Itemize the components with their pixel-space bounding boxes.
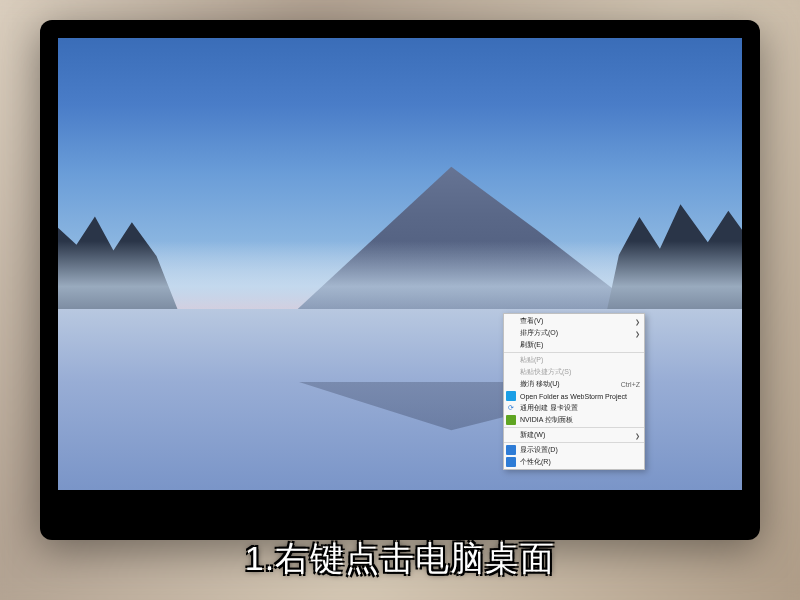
chevron-right-icon: ❯ bbox=[635, 432, 640, 439]
monitor-frame: 查看(V) ❯ 排序方式(O) ❯ 刷新(E) 粘贴(P) 粘贴快捷方式(S) … bbox=[40, 20, 760, 540]
personalize-icon bbox=[506, 457, 516, 467]
instruction-caption: 1.右键点击电脑桌面 bbox=[0, 536, 800, 582]
menu-display-settings[interactable]: 显示设置(D) bbox=[504, 444, 644, 456]
nvidia-icon bbox=[506, 415, 516, 425]
chevron-right-icon: ❯ bbox=[635, 330, 640, 337]
menu-label: 粘贴(P) bbox=[520, 355, 543, 365]
menu-graphics[interactable]: ⟳ 通用创建 显卡设置 bbox=[504, 402, 644, 414]
menu-view[interactable]: 查看(V) ❯ bbox=[504, 315, 644, 327]
menu-label: 刷新(E) bbox=[520, 340, 543, 350]
menu-separator bbox=[504, 442, 644, 443]
menu-webstorm[interactable]: Open Folder as WebStorm Project bbox=[504, 390, 644, 402]
menu-separator bbox=[504, 352, 644, 353]
menu-paste: 粘贴(P) bbox=[504, 354, 644, 366]
menu-label: 显示设置(D) bbox=[520, 445, 558, 455]
menu-label: 查看(V) bbox=[520, 316, 543, 326]
refresh-icon: ⟳ bbox=[506, 403, 516, 413]
menu-label: 排序方式(O) bbox=[520, 328, 558, 338]
menu-personalize[interactable]: 个性化(R) bbox=[504, 456, 644, 468]
menu-label: Open Folder as WebStorm Project bbox=[520, 393, 627, 400]
menu-paste-shortcut: 粘贴快捷方式(S) bbox=[504, 366, 644, 378]
menu-nvidia[interactable]: NVIDIA 控制面板 bbox=[504, 414, 644, 426]
menu-refresh[interactable]: 刷新(E) bbox=[504, 339, 644, 351]
menu-shortcut: Ctrl+Z bbox=[621, 381, 640, 388]
menu-sort[interactable]: 排序方式(O) ❯ bbox=[504, 327, 644, 339]
desktop-context-menu: 查看(V) ❯ 排序方式(O) ❯ 刷新(E) 粘贴(P) 粘贴快捷方式(S) … bbox=[503, 313, 645, 470]
menu-label: NVIDIA 控制面板 bbox=[520, 415, 573, 425]
menu-label: 粘贴快捷方式(S) bbox=[520, 367, 571, 377]
display-icon bbox=[506, 445, 516, 455]
menu-label: 通用创建 显卡设置 bbox=[520, 403, 578, 413]
menu-undo[interactable]: 撤消 移动(U) Ctrl+Z bbox=[504, 378, 644, 390]
menu-label: 新建(W) bbox=[520, 430, 545, 440]
webstorm-icon bbox=[506, 391, 516, 401]
menu-label: 撤消 移动(U) bbox=[520, 379, 560, 389]
chevron-right-icon: ❯ bbox=[635, 318, 640, 325]
menu-separator bbox=[504, 427, 644, 428]
desktop-screen[interactable]: 查看(V) ❯ 排序方式(O) ❯ 刷新(E) 粘贴(P) 粘贴快捷方式(S) … bbox=[58, 38, 742, 490]
menu-new[interactable]: 新建(W) ❯ bbox=[504, 429, 644, 441]
menu-label: 个性化(R) bbox=[520, 457, 551, 467]
